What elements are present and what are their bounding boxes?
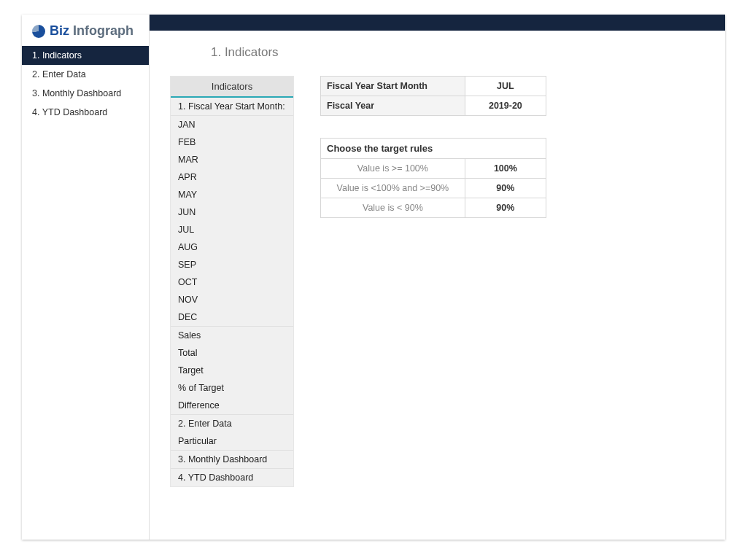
right-column: Fiscal Year Start MonthJULFiscal Year201…: [320, 76, 546, 218]
table-row: Fiscal Year Start MonthJUL: [321, 77, 546, 96]
indicator-row[interactable]: Sales: [171, 326, 293, 344]
rule-label: Value is <100% and >=90%: [321, 179, 465, 198]
indicator-row[interactable]: JUN: [171, 203, 293, 221]
table-row: Fiscal Year2019-20: [321, 96, 546, 116]
brand-text: Biz Infograph: [50, 23, 133, 39]
indicator-row[interactable]: SEP: [171, 256, 293, 273]
indicator-row[interactable]: Target: [171, 362, 293, 379]
fiscal-label: Fiscal Year: [321, 96, 465, 116]
brand-part2: Infograph: [73, 23, 133, 38]
table-row: Value is >= 100%100%: [321, 159, 546, 179]
rule-value[interactable]: 90%: [465, 179, 546, 198]
sidebar-item[interactable]: 3. Monthly Dashboard: [22, 84, 149, 103]
rule-value[interactable]: 90%: [465, 198, 546, 218]
table-row: Value is < 90%90%: [321, 198, 546, 218]
page-title: 1. Indicators: [211, 45, 705, 60]
indicator-row[interactable]: 4. YTD Dashboard: [171, 468, 293, 486]
indicator-row[interactable]: 3. Monthly Dashboard: [171, 450, 293, 468]
rules-table: Value is >= 100%100%Value is <100% and >…: [320, 158, 546, 218]
fiscal-value[interactable]: JUL: [465, 77, 546, 96]
sidebar-item[interactable]: 4. YTD Dashboard: [22, 103, 149, 122]
sidebar-item[interactable]: 2. Enter Data: [22, 65, 149, 84]
indicators-panel: Indicators 1. Fiscal Year Start Month:JA…: [170, 76, 294, 487]
columns: Indicators 1. Fiscal Year Start Month:JA…: [170, 76, 705, 487]
sidebar-item[interactable]: 1. Indicators: [22, 46, 149, 65]
indicator-row[interactable]: 2. Enter Data: [171, 414, 293, 432]
indicator-row[interactable]: % of Target: [171, 379, 293, 397]
indicator-row[interactable]: DEC: [171, 308, 293, 326]
indicator-row[interactable]: JAN: [171, 115, 293, 133]
table-row: Value is <100% and >=90%90%: [321, 179, 546, 198]
indicator-row[interactable]: Particular: [171, 432, 293, 450]
app-frame: Biz Infograph 1. Indicators2. Enter Data…: [22, 15, 725, 540]
fiscal-label: Fiscal Year Start Month: [321, 77, 465, 96]
rule-value[interactable]: 100%: [465, 159, 546, 179]
rule-label: Value is >= 100%: [321, 159, 465, 179]
content: 1. Indicators Indicators 1. Fiscal Year …: [150, 31, 725, 497]
indicators-header: Indicators: [171, 77, 293, 98]
rule-label: Value is < 90%: [321, 198, 465, 218]
indicator-row[interactable]: APR: [171, 168, 293, 186]
indicator-row[interactable]: MAY: [171, 186, 293, 203]
fiscal-table: Fiscal Year Start MonthJULFiscal Year201…: [320, 76, 546, 116]
rules-caption: Choose the target rules: [320, 138, 546, 158]
brand-part1: Biz: [50, 23, 69, 38]
indicator-row[interactable]: JUL: [171, 221, 293, 238]
indicator-row[interactable]: AUG: [171, 238, 293, 256]
nav-list: 1. Indicators2. Enter Data3. Monthly Das…: [22, 46, 149, 122]
indicator-row[interactable]: FEB: [171, 133, 293, 151]
indicator-row[interactable]: NOV: [171, 291, 293, 308]
main-area: 1. Indicators Indicators 1. Fiscal Year …: [150, 15, 725, 540]
indicator-row[interactable]: Difference: [171, 397, 293, 414]
indicator-row[interactable]: MAR: [171, 151, 293, 168]
top-bar: [150, 15, 725, 31]
indicators-rows: 1. Fiscal Year Start Month:JANFEBMARAPRM…: [171, 98, 293, 486]
pie-chart-icon: [32, 25, 45, 38]
indicator-row[interactable]: OCT: [171, 273, 293, 291]
indicator-row[interactable]: Total: [171, 344, 293, 362]
sidebar: Biz Infograph 1. Indicators2. Enter Data…: [22, 15, 150, 540]
fiscal-value[interactable]: 2019-20: [465, 96, 546, 116]
brand-logo: Biz Infograph: [22, 15, 149, 46]
indicator-row[interactable]: 1. Fiscal Year Start Month:: [171, 98, 293, 115]
